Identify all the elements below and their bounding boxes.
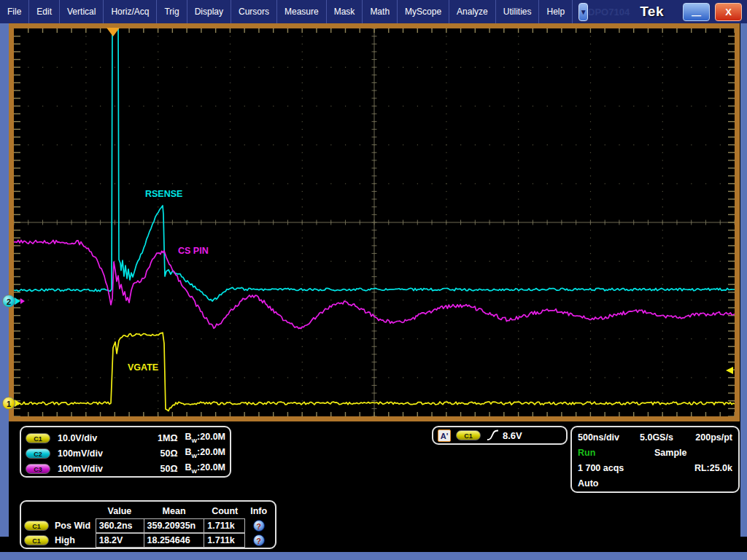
- minimize-button[interactable]: —: [683, 3, 710, 21]
- menu-item-vertical[interactable]: Vertical: [60, 0, 104, 23]
- model-label: DPO7104: [588, 7, 630, 18]
- resolution-readout: 200ps/pt: [695, 432, 732, 443]
- header-count: Count: [204, 506, 245, 516]
- minimize-icon: —: [692, 9, 701, 20]
- record-length: RL:25.0k: [694, 463, 732, 473]
- trigger-level-value: 8.6V: [503, 430, 522, 441]
- acquisition-count: 1 700 acqs: [578, 463, 694, 473]
- channel3-badge[interactable]: C3: [26, 464, 50, 474]
- trigger-position-marker[interactable]: [107, 28, 120, 36]
- channel1-arrow-icon: [15, 400, 20, 407]
- titlebar-right: DPO7104 Tek — X: [588, 0, 747, 23]
- measurement1-info-icon[interactable]: ?: [253, 520, 265, 532]
- channel-readout-panel: C1 10.0V/div 1MΩ BW:20.0M C2 100mV/div 5…: [20, 426, 231, 478]
- channel2-badge[interactable]: C2: [26, 448, 50, 459]
- menu-overflow-button[interactable]: ▼: [578, 3, 588, 21]
- close-button[interactable]: X: [715, 3, 742, 21]
- trigger-source-badge[interactable]: C1: [456, 430, 481, 440]
- channel2-scale: 100mV/div: [58, 448, 145, 459]
- measurement-row: C1 High 18.2V 18.254646 1.711k ?: [24, 533, 272, 548]
- measurement2-info-icon[interactable]: ?: [253, 534, 265, 546]
- channel3-readout-row: C3 100mV/div 50Ω BW:20.0M: [26, 461, 225, 476]
- acquisition-mode: Sample: [640, 448, 732, 458]
- menu-item-utilities[interactable]: Utilities: [496, 0, 540, 23]
- measurement2-count: 1.711k: [204, 533, 245, 548]
- measurement1-source-badge[interactable]: C1: [24, 521, 49, 531]
- run-state: Run: [578, 448, 640, 458]
- measurement-header-row: Value Mean Count Info: [24, 503, 272, 518]
- menu-item-trig[interactable]: Trig: [157, 0, 187, 23]
- channel2-arrow-icon: [15, 298, 20, 305]
- channel1-bandwidth: BW:20.0M: [185, 432, 226, 444]
- measurement1-mean: 359.20935n: [144, 518, 205, 533]
- menu-item-edit[interactable]: Edit: [29, 0, 60, 23]
- trigger-event-badge[interactable]: A': [438, 429, 451, 442]
- header-info: Info: [245, 506, 272, 516]
- measurement2-mean: 18.254646: [144, 533, 205, 548]
- channel1-impedance: 1MΩ: [145, 433, 178, 443]
- menu-item-analyze[interactable]: Analyze: [449, 0, 496, 23]
- channel1-scale: 10.0V/div: [58, 433, 145, 443]
- channel3-impedance: 50Ω: [145, 464, 178, 474]
- svg-text:RSENSE: RSENSE: [145, 189, 182, 199]
- channel2-impedance: 50Ω: [145, 448, 178, 459]
- trigger-level-marker[interactable]: [726, 367, 733, 374]
- menu-item-file[interactable]: File: [0, 0, 29, 23]
- menu-item-horiz-acq[interactable]: Horiz/Acq: [104, 0, 157, 23]
- measurement1-count: 1.711k: [204, 518, 245, 533]
- timebase-readout: 500ns/div: [578, 432, 640, 443]
- window-frame-left: [0, 0, 9, 537]
- waveform-svg: RSENSECS PINVGATE: [14, 28, 735, 416]
- waveform-display: RSENSECS PINVGATE 2 1: [9, 23, 740, 421]
- svg-text:CS PIN: CS PIN: [178, 246, 209, 256]
- channel1-readout-row: C1 10.0V/div 1MΩ BW:20.0M: [26, 430, 225, 446]
- chevron-down-icon: ▼: [580, 8, 587, 16]
- horizontal-acquisition-panel: 500ns/div 5.0GS/s 200ps/pt Run Sample 1 …: [570, 426, 740, 493]
- svg-text:VGATE: VGATE: [128, 362, 158, 373]
- channel2-bandwidth: BW:20.0M: [185, 447, 226, 459]
- menu-item-mask[interactable]: Mask: [327, 0, 363, 23]
- plot-area: RSENSECS PINVGATE 2 1: [14, 28, 735, 416]
- measurement1-name: Pos Wid: [55, 521, 90, 531]
- channel1-reference-marker[interactable]: 1: [2, 397, 15, 410]
- close-icon: X: [725, 7, 732, 18]
- measurement-row: C1 Pos Wid 360.2ns 359.20935n 1.711k ?: [24, 518, 272, 533]
- measurement1-value: 360.2ns: [96, 518, 144, 533]
- menu-item-cursors[interactable]: Cursors: [231, 0, 277, 23]
- measurement-panel: Value Mean Count Info C1 Pos Wid 360.2ns…: [20, 500, 276, 549]
- trigger-readout-panel: A' C1 8.6V: [432, 426, 568, 445]
- channel2-readout-row: C2 100mV/div 50Ω BW:20.0M: [26, 446, 225, 461]
- trigger-mode: Auto: [578, 478, 640, 489]
- menu-item-help[interactable]: Help: [539, 0, 573, 23]
- channel3-scale: 100mV/div: [58, 464, 145, 474]
- channel2-reference-marker[interactable]: 2: [2, 295, 15, 308]
- window-frame-bottom: [0, 552, 747, 560]
- menu-bar: File Edit Vertical Horiz/Acq Trig Displa…: [0, 0, 747, 23]
- channel1-badge[interactable]: C1: [26, 433, 50, 443]
- menu-item-display[interactable]: Display: [187, 0, 231, 23]
- header-mean: Mean: [144, 506, 204, 516]
- window-frame-right: [740, 0, 747, 537]
- header-value: Value: [96, 506, 144, 516]
- channel3-bandwidth: BW:20.0M: [185, 462, 226, 475]
- menu-item-measure[interactable]: Measure: [277, 0, 327, 23]
- rising-edge-icon: [487, 429, 499, 442]
- measurement2-name: High: [55, 535, 75, 545]
- tek-logo: Tek: [640, 4, 664, 20]
- menu-item-math[interactable]: Math: [363, 0, 398, 23]
- channel3-arrow-icon: [20, 298, 25, 304]
- sample-rate-readout: 5.0GS/s: [640, 432, 695, 443]
- measurement2-value: 18.2V: [96, 533, 144, 548]
- menu-item-myscope[interactable]: MyScope: [398, 0, 449, 23]
- measurement2-source-badge[interactable]: C1: [24, 535, 49, 545]
